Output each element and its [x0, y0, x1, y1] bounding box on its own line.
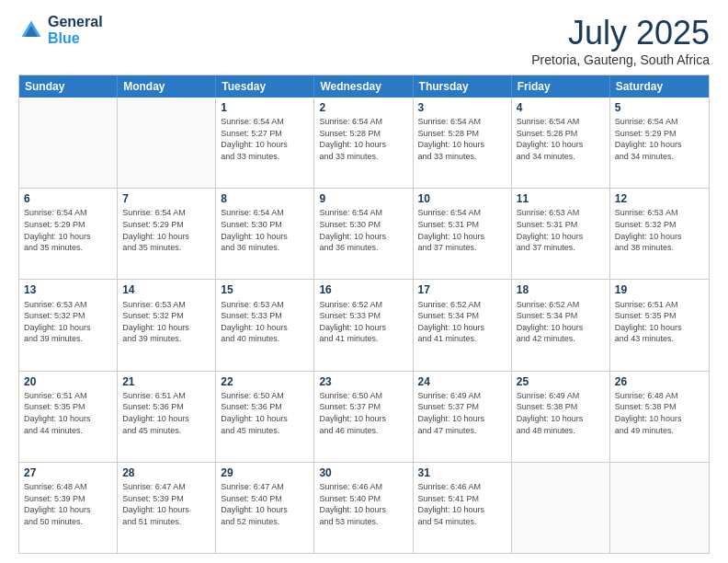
day-22: 22Sunrise: 6:50 AM Sunset: 5:36 PM Dayli…	[216, 372, 314, 462]
day-number-21: 21	[122, 374, 210, 389]
day-17: 17Sunrise: 6:52 AM Sunset: 5:34 PM Dayli…	[414, 280, 512, 370]
day-number-15: 15	[221, 282, 309, 297]
day-info-10: Sunrise: 6:54 AM Sunset: 5:31 PM Dayligh…	[418, 207, 506, 253]
logo-text: General Blue	[48, 14, 103, 47]
day-number-10: 10	[418, 191, 506, 206]
day-info-7: Sunrise: 6:54 AM Sunset: 5:29 PM Dayligh…	[122, 207, 210, 253]
day-3: 3Sunrise: 6:54 AM Sunset: 5:28 PM Daylig…	[414, 98, 512, 188]
day-number-18: 18	[517, 282, 605, 297]
header-day-thursday: Thursday	[414, 75, 512, 98]
location-subtitle: Pretoria, Gauteng, South Africa	[531, 52, 710, 67]
day-info-5: Sunrise: 6:54 AM Sunset: 5:29 PM Dayligh…	[615, 116, 704, 162]
month-title: July 2025	[531, 14, 710, 52]
day-18: 18Sunrise: 6:52 AM Sunset: 5:34 PM Dayli…	[512, 280, 610, 370]
week-row-3: 13Sunrise: 6:53 AM Sunset: 5:32 PM Dayli…	[19, 279, 709, 370]
day-26: 26Sunrise: 6:48 AM Sunset: 5:38 PM Dayli…	[610, 372, 709, 462]
day-info-22: Sunrise: 6:50 AM Sunset: 5:36 PM Dayligh…	[221, 390, 309, 436]
day-number-8: 8	[221, 191, 309, 206]
day-12: 12Sunrise: 6:53 AM Sunset: 5:32 PM Dayli…	[610, 189, 709, 279]
header: General Blue July 2025 Pretoria, Gauteng…	[18, 14, 710, 67]
day-number-25: 25	[517, 374, 605, 389]
header-day-tuesday: Tuesday	[216, 75, 314, 98]
day-20: 20Sunrise: 6:51 AM Sunset: 5:35 PM Dayli…	[19, 372, 118, 462]
day-info-12: Sunrise: 6:53 AM Sunset: 5:32 PM Dayligh…	[615, 207, 704, 253]
day-23: 23Sunrise: 6:50 AM Sunset: 5:37 PM Dayli…	[314, 372, 413, 462]
day-number-3: 3	[418, 100, 506, 115]
day-info-28: Sunrise: 6:47 AM Sunset: 5:39 PM Dayligh…	[122, 481, 210, 527]
week-row-4: 20Sunrise: 6:51 AM Sunset: 5:35 PM Dayli…	[19, 371, 709, 462]
day-24: 24Sunrise: 6:49 AM Sunset: 5:37 PM Dayli…	[414, 372, 512, 462]
day-number-5: 5	[615, 100, 704, 115]
logo-icon	[18, 17, 44, 43]
day-info-11: Sunrise: 6:53 AM Sunset: 5:31 PM Dayligh…	[517, 207, 605, 253]
day-number-24: 24	[418, 374, 506, 389]
day-30: 30Sunrise: 6:46 AM Sunset: 5:40 PM Dayli…	[314, 463, 413, 553]
day-number-6: 6	[24, 191, 112, 206]
calendar-header: SundayMondayTuesdayWednesdayThursdayFrid…	[19, 75, 709, 98]
day-29: 29Sunrise: 6:47 AM Sunset: 5:40 PM Dayli…	[216, 463, 314, 553]
day-10: 10Sunrise: 6:54 AM Sunset: 5:31 PM Dayli…	[414, 189, 512, 279]
day-info-16: Sunrise: 6:52 AM Sunset: 5:33 PM Dayligh…	[319, 299, 407, 345]
header-day-friday: Friday	[512, 75, 610, 98]
week-row-2: 6Sunrise: 6:54 AM Sunset: 5:29 PM Daylig…	[19, 188, 709, 279]
day-7: 7Sunrise: 6:54 AM Sunset: 5:29 PM Daylig…	[118, 189, 216, 279]
day-number-20: 20	[24, 374, 112, 389]
empty-cell-4-6	[610, 463, 709, 553]
day-number-9: 9	[319, 191, 407, 206]
day-info-25: Sunrise: 6:49 AM Sunset: 5:38 PM Dayligh…	[517, 390, 605, 436]
day-number-23: 23	[319, 374, 407, 389]
day-number-28: 28	[122, 465, 210, 480]
day-14: 14Sunrise: 6:53 AM Sunset: 5:32 PM Dayli…	[118, 280, 216, 370]
day-number-31: 31	[418, 465, 506, 480]
day-number-17: 17	[418, 282, 506, 297]
day-info-24: Sunrise: 6:49 AM Sunset: 5:37 PM Dayligh…	[418, 390, 506, 436]
day-number-30: 30	[319, 465, 407, 480]
day-number-13: 13	[24, 282, 112, 297]
day-13: 13Sunrise: 6:53 AM Sunset: 5:32 PM Dayli…	[19, 280, 118, 370]
day-19: 19Sunrise: 6:51 AM Sunset: 5:35 PM Dayli…	[610, 280, 709, 370]
day-21: 21Sunrise: 6:51 AM Sunset: 5:36 PM Dayli…	[118, 372, 216, 462]
header-day-sunday: Sunday	[19, 75, 118, 98]
day-27: 27Sunrise: 6:48 AM Sunset: 5:39 PM Dayli…	[19, 463, 118, 553]
day-15: 15Sunrise: 6:53 AM Sunset: 5:33 PM Dayli…	[216, 280, 314, 370]
title-block: July 2025 Pretoria, Gauteng, South Afric…	[531, 14, 710, 67]
day-number-29: 29	[221, 465, 309, 480]
day-6: 6Sunrise: 6:54 AM Sunset: 5:29 PM Daylig…	[19, 189, 118, 279]
day-number-12: 12	[615, 191, 704, 206]
day-number-2: 2	[319, 100, 407, 115]
day-info-31: Sunrise: 6:46 AM Sunset: 5:41 PM Dayligh…	[418, 481, 506, 527]
day-5: 5Sunrise: 6:54 AM Sunset: 5:29 PM Daylig…	[610, 98, 709, 188]
day-4: 4Sunrise: 6:54 AM Sunset: 5:28 PM Daylig…	[512, 98, 610, 188]
day-info-17: Sunrise: 6:52 AM Sunset: 5:34 PM Dayligh…	[418, 299, 506, 345]
day-info-9: Sunrise: 6:54 AM Sunset: 5:30 PM Dayligh…	[319, 207, 407, 253]
day-info-18: Sunrise: 6:52 AM Sunset: 5:34 PM Dayligh…	[517, 299, 605, 345]
day-info-3: Sunrise: 6:54 AM Sunset: 5:28 PM Dayligh…	[418, 116, 506, 162]
empty-cell-4-5	[512, 463, 610, 553]
day-info-27: Sunrise: 6:48 AM Sunset: 5:39 PM Dayligh…	[24, 481, 112, 527]
week-row-1: 1Sunrise: 6:54 AM Sunset: 5:27 PM Daylig…	[19, 98, 709, 188]
day-11: 11Sunrise: 6:53 AM Sunset: 5:31 PM Dayli…	[512, 189, 610, 279]
day-16: 16Sunrise: 6:52 AM Sunset: 5:33 PM Dayli…	[314, 280, 413, 370]
day-info-8: Sunrise: 6:54 AM Sunset: 5:30 PM Dayligh…	[221, 207, 309, 253]
day-28: 28Sunrise: 6:47 AM Sunset: 5:39 PM Dayli…	[118, 463, 216, 553]
day-number-11: 11	[517, 191, 605, 206]
day-2: 2Sunrise: 6:54 AM Sunset: 5:28 PM Daylig…	[314, 98, 413, 188]
day-9: 9Sunrise: 6:54 AM Sunset: 5:30 PM Daylig…	[314, 189, 413, 279]
day-number-1: 1	[221, 100, 309, 115]
calendar: SundayMondayTuesdayWednesdayThursdayFrid…	[18, 75, 710, 554]
empty-cell-0-0	[19, 98, 118, 188]
header-day-saturday: Saturday	[610, 75, 709, 98]
day-info-29: Sunrise: 6:47 AM Sunset: 5:40 PM Dayligh…	[221, 481, 309, 527]
day-number-14: 14	[122, 282, 210, 297]
logo: General Blue	[18, 14, 103, 47]
empty-cell-0-1	[118, 98, 216, 188]
day-info-26: Sunrise: 6:48 AM Sunset: 5:38 PM Dayligh…	[615, 390, 704, 436]
day-info-13: Sunrise: 6:53 AM Sunset: 5:32 PM Dayligh…	[24, 299, 112, 345]
day-info-21: Sunrise: 6:51 AM Sunset: 5:36 PM Dayligh…	[122, 390, 210, 436]
day-number-16: 16	[319, 282, 407, 297]
day-info-6: Sunrise: 6:54 AM Sunset: 5:29 PM Dayligh…	[24, 207, 112, 253]
page: General Blue July 2025 Pretoria, Gauteng…	[0, 0, 728, 563]
day-info-30: Sunrise: 6:46 AM Sunset: 5:40 PM Dayligh…	[319, 481, 407, 527]
day-number-22: 22	[221, 374, 309, 389]
day-info-20: Sunrise: 6:51 AM Sunset: 5:35 PM Dayligh…	[24, 390, 112, 436]
